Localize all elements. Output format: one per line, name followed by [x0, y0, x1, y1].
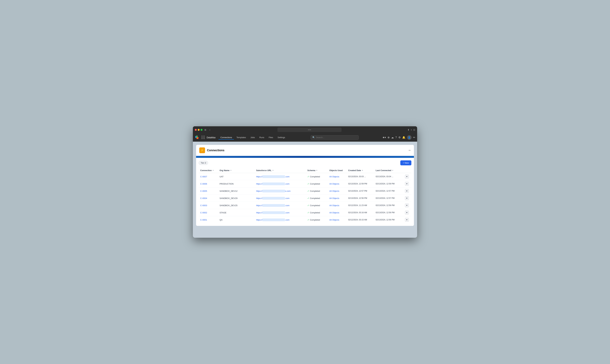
col-header-schema[interactable]: Schema ▼: [306, 168, 328, 173]
col-header-objects: Objects Used: [328, 168, 347, 173]
sfurl-link-5[interactable]: https://██████████████.com: [256, 211, 289, 214]
cell-sfurl-2: https://██████████████s.com: [255, 187, 306, 195]
cell-lastconnected-4: 02/13/2024, 12:56 PM: [374, 202, 403, 209]
cloud-icon[interactable]: ☁: [391, 136, 394, 139]
cell-schema-4: ✓ Completed: [306, 202, 328, 209]
cell-created-6: 02/12/2024, 03:15 AM: [347, 216, 374, 223]
col-header-orgname[interactable]: Org Name ▼: [218, 168, 254, 173]
back-icon[interactable]: ‹: [208, 128, 211, 131]
sfurl-blur-6: ██████████████: [262, 219, 285, 221]
cell-sfurl-0: https://██████████████.com: [255, 173, 306, 180]
objects-link-6[interactable]: All Objects: [329, 219, 339, 221]
check-icon-0: ✓: [307, 175, 309, 178]
cell-objects-3: All Objects: [328, 195, 347, 202]
row-action-button-3[interactable]: ▼: [405, 196, 409, 200]
sfurl-link-3[interactable]: https://██████████████.com: [256, 197, 289, 199]
title-bar-actions: ⬆ + ⊡: [407, 129, 415, 131]
maximize-button[interactable]: [201, 129, 203, 131]
objects-link-0[interactable]: All Objects: [329, 175, 339, 178]
schema-status-3: Completed: [310, 197, 320, 199]
sfurl-blur-4: ██████████████: [262, 204, 285, 207]
objects-link-3[interactable]: All Objects: [329, 197, 339, 199]
connection-link-4[interactable]: C-0003: [200, 204, 207, 207]
star-icon[interactable]: ★▾: [382, 136, 386, 139]
col-header-sfurl[interactable]: Salesforce URL ▼: [255, 168, 306, 173]
row-action-button-4[interactable]: ▼: [405, 203, 409, 207]
add-tab-icon[interactable]: +: [411, 129, 412, 131]
objects-link-1[interactable]: All Objects: [329, 183, 339, 185]
grid-menu-icon[interactable]: [202, 136, 205, 139]
row-action-button-2[interactable]: ▼: [405, 189, 409, 193]
page-edit-icon[interactable]: ✏: [409, 149, 411, 152]
row-action-button-5[interactable]: ▼: [405, 211, 409, 214]
cell-objects-1: All Objects: [328, 180, 347, 187]
bell-icon[interactable]: 🔔: [402, 136, 406, 139]
col-header-connection[interactable]: Connection ▼: [199, 168, 218, 173]
sfurl-blur-1: ██████████████: [262, 182, 285, 185]
search-input[interactable]: [316, 136, 357, 139]
search-icon: 🔍: [312, 136, 315, 139]
objects-link-5[interactable]: All Objects: [329, 211, 339, 214]
cell-connection-3: C-0004: [199, 195, 218, 202]
cell-schema-5: ✓ Completed: [306, 209, 328, 216]
connection-link-6[interactable]: C-0001: [200, 219, 207, 221]
nav-templates[interactable]: Templates: [234, 135, 248, 140]
nav-runs[interactable]: Runs: [258, 135, 266, 140]
connection-link-0[interactable]: C-0007: [200, 175, 207, 178]
sfurl-link-2[interactable]: https://██████████████s.com: [256, 190, 291, 192]
sfurl-blur-5: ██████████████: [262, 211, 285, 214]
new-connection-button[interactable]: + New: [400, 160, 411, 165]
connection-link-2[interactable]: C-0005: [200, 190, 207, 192]
sidebar-right-icon[interactable]: ⊡: [413, 129, 415, 131]
close-button[interactable]: [195, 129, 197, 131]
table-row: C-0002 STAGE https://██████████████.com …: [199, 209, 411, 216]
nav-jobs[interactable]: Jobs: [249, 135, 257, 140]
share-icon[interactable]: ⬆: [407, 129, 409, 131]
col-header-lastconnected[interactable]: Last Connected ▼: [374, 168, 403, 173]
address-bar[interactable]: [277, 128, 341, 132]
cell-sfurl-4: https://██████████████.com: [255, 202, 306, 209]
tier-filter-tag[interactable]: Tier-3: [199, 161, 208, 165]
connection-link-3[interactable]: C-0004: [200, 197, 207, 199]
sort-icon-schema: ▼: [316, 169, 318, 171]
nav-settings[interactable]: Settings: [276, 135, 287, 140]
table-row: C-0003 SANDBOX_DEV25 https://███████████…: [199, 202, 411, 209]
sort-icon-lastconnected: ▼: [392, 169, 393, 171]
sfurl-link-6[interactable]: https://██████████████.com: [256, 219, 289, 221]
edit-page-icon[interactable]: ✏: [413, 136, 415, 139]
connection-link-1[interactable]: C-0006: [200, 183, 207, 185]
objects-link-2[interactable]: All Objects: [329, 190, 339, 192]
cell-objects-2: All Objects: [328, 187, 347, 195]
page-header: ⚡ Connections ✏: [196, 145, 414, 156]
sfurl-link-1[interactable]: https://██████████████.com: [256, 183, 289, 185]
sfurl-link-4[interactable]: https://██████████████.com: [256, 204, 289, 207]
blue-banner: [196, 156, 414, 158]
table-header-row: Connection ▼ Org Name ▼: [199, 168, 411, 173]
cell-connection-4: C-0003: [199, 202, 218, 209]
cell-schema-6: ✓ Completed: [306, 216, 328, 223]
cell-sfurl-1: https://██████████████.com: [255, 180, 306, 187]
check-icon-6: ✓: [307, 219, 309, 221]
add-icon[interactable]: ⊕: [388, 136, 390, 139]
cell-created-0: 02/13/2024, 03:03 ...: [347, 173, 374, 180]
sfurl-link-0[interactable]: https://██████████████.com: [256, 175, 289, 178]
row-action-button-6[interactable]: ▼: [405, 218, 409, 222]
cell-connection-2: C-0005: [199, 187, 218, 195]
minimize-button[interactable]: [198, 129, 200, 131]
sidebar-toggle-icon[interactable]: ⊞: [204, 128, 207, 131]
nav-files[interactable]: Files: [267, 135, 275, 140]
objects-link-4[interactable]: All Objects: [329, 204, 339, 207]
gear-icon[interactable]: ⚙: [398, 136, 401, 139]
question-icon[interactable]: ?: [395, 136, 397, 139]
cell-connection-6: C-0001: [199, 216, 218, 223]
cell-connection-0: C-0007: [199, 173, 218, 180]
cell-action-5: ▼: [403, 209, 411, 216]
col-header-created[interactable]: Created Date ▼: [347, 168, 374, 173]
table-row: C-0005 SANDBOX_DEV12 https://███████████…: [199, 187, 411, 195]
avatar[interactable]: 👤: [407, 135, 411, 140]
cell-action-4: ▼: [403, 202, 411, 209]
connection-link-5[interactable]: C-0002: [200, 211, 207, 214]
nav-connections[interactable]: Connections: [218, 135, 234, 140]
row-action-button-0[interactable]: ▼: [405, 175, 409, 179]
row-action-button-1[interactable]: ▼: [405, 182, 409, 186]
